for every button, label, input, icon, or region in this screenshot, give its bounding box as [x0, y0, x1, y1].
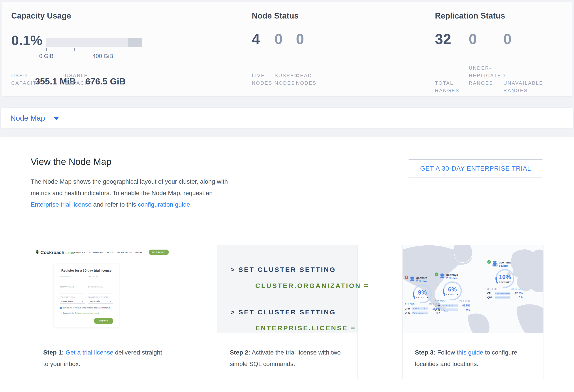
intro-paragraph: The Node Map shows the geographical layo…	[31, 176, 238, 210]
step-1-caption: Step 1: Get a trial license delivered st…	[43, 347, 164, 370]
sql-commands-panel: > SET CLUSTER SETTING CLUSTER.ORGANIZATI…	[217, 245, 357, 333]
reason-for-interest-select: Please Select	[88, 299, 113, 304]
nav-blog: BLOG	[136, 251, 142, 254]
capacity-gauge: 6% CAPACITY	[442, 280, 463, 301]
database-icon	[410, 276, 415, 281]
usable-capacity-value: 676.5 GiB	[85, 76, 125, 86]
first-name-label: FIRST NAME	[60, 276, 85, 278]
section-divider	[31, 231, 544, 231]
replication-status-title: Replication Status	[435, 11, 505, 20]
select-caret-icon	[82, 301, 83, 302]
nav-product: PRODUCT	[74, 251, 85, 254]
live-nodes-count: 4	[252, 31, 260, 47]
nav-customers: CUSTOMERS	[89, 251, 103, 254]
capacity-bar	[46, 38, 142, 47]
cpu-sparkline	[442, 304, 458, 307]
qps-sparkline	[412, 312, 428, 314]
healthy-badge	[435, 273, 438, 276]
database-icon	[440, 273, 445, 279]
locality-ams: geo=ams 1 Node 10% CAPACITY 3.6 GiB	[487, 261, 523, 299]
configuration-guide-link[interactable]: configuration guide	[138, 201, 190, 208]
reason-for-interest-label: REASON FOR INTEREST	[88, 296, 113, 298]
first-name-field	[60, 279, 85, 283]
qps-sparkline	[442, 308, 458, 311]
suspect-nodes-count: 0	[275, 31, 283, 47]
healthy-badge	[487, 260, 491, 264]
step-2-card: > SET CLUSTER SETTING CLUSTER.ORGANIZATI…	[217, 245, 358, 379]
sql-prompt-2: > SET CLUSTER SETTING	[231, 308, 336, 316]
step-3-card: 1 geo=sfo 2 Nodes 9%	[402, 245, 544, 379]
software-license-agreement-link: Software License Agreement.	[75, 312, 99, 314]
step-3-caption: Step 3: Follow this guide to configure l…	[415, 347, 536, 370]
live-nodes-label: LIVE NODES	[252, 72, 272, 87]
nav-docs: DOCS	[107, 251, 113, 254]
project-phase-select: Please Select	[60, 299, 85, 304]
dead-nodes-label: DEAD NODES	[296, 72, 316, 87]
company-name-field	[60, 289, 85, 294]
get-trial-license-link[interactable]: Get a trial license	[65, 349, 113, 356]
license-agreement-checkbox	[60, 312, 62, 314]
axis-tick	[132, 48, 132, 51]
locality-nyc: geo=nyc 2 Nodes 6% CAPACITY 3.7 GiB	[435, 273, 470, 311]
under-replicated-label: UNDER- REPLICATED RANGES	[469, 64, 506, 87]
sql-setting-2: ENTERPRISE.LICENSE =	[255, 324, 356, 332]
form-title: Register for a 30-day trial license	[60, 269, 113, 272]
capacity-bar-used-segment	[128, 38, 142, 47]
axis-tick	[46, 48, 47, 51]
project-phase-label: PROJECT PHASE	[60, 296, 85, 298]
node-map-placeholder-section: View the Node Map The Node Map shows the…	[0, 137, 574, 392]
site-nav: PRODUCT CUSTOMERS DOCS RESOURCES BLOG DO…	[74, 250, 169, 255]
submit-button: SUBMIT	[94, 318, 113, 324]
axis-tick	[103, 48, 103, 51]
step-2-caption: Step 2: Activate the trial license with …	[230, 347, 349, 370]
last-name-label: LAST NAME	[88, 276, 113, 278]
capacity-gauge: 9% CAPACITY	[412, 283, 433, 304]
view-selector-label[interactable]: Node Map	[10, 114, 45, 122]
step-1-card: Cockroach LABS PRODUCT CUSTOMERS DOCS RE…	[31, 245, 172, 379]
axis-label-0: 0 GiB	[31, 53, 62, 59]
capacity-used-percent: 0.1%	[11, 32, 42, 48]
under-replicated-count: 0	[469, 31, 477, 47]
last-name-field	[88, 279, 113, 283]
qps-sparkline	[495, 296, 510, 299]
chevron-down-icon[interactable]	[53, 117, 59, 120]
dead-nodes-count: 0	[296, 31, 304, 47]
error-badge: 1	[405, 276, 408, 279]
database-icon	[492, 261, 497, 266]
total-ranges-label: TOTAL RANGES	[435, 79, 459, 94]
company-email-label: COMPANY EMAIL	[88, 286, 113, 288]
axis-tick	[74, 48, 75, 51]
download-button: DOWNLOAD	[149, 250, 169, 255]
sql-setting-1: CLUSTER.ORGANIZATION =	[255, 282, 369, 289]
cpu-sparkline	[412, 307, 428, 310]
node-map-preview: 1 geo=sfo 2 Nodes 9%	[403, 245, 544, 333]
axis-label-400: 400 GiB	[87, 53, 118, 59]
this-guide-link[interactable]: this guide	[457, 349, 483, 356]
total-ranges-count: 32	[435, 31, 451, 47]
cockroach-bug-icon	[35, 250, 39, 254]
select-caret-icon	[110, 301, 111, 302]
company-name-label: COMPANY NAME	[60, 286, 85, 288]
capacity-usage-title: Capacity Usage	[11, 11, 71, 20]
capacity-gauge: 10% CAPACITY	[494, 268, 515, 289]
email-updates-checkbox	[60, 307, 62, 309]
cpu-sparkline	[495, 292, 510, 295]
get-enterprise-trial-button[interactable]: GET A 30-DAY ENTERPRISE TRIAL	[408, 159, 543, 177]
enterprise-trial-license-link[interactable]: Enterprise trial license	[31, 201, 91, 208]
cockroach-labs-logo: Cockroach LABS	[35, 250, 74, 255]
cluster-overview-panel: Capacity Usage 0.1% 0 GiB 400 GiB USED C…	[2, 2, 572, 96]
view-selector-dropdown[interactable]: Node Map	[0, 107, 574, 129]
site-header: Cockroach LABS PRODUCT CUSTOMERS DOCS RE…	[35, 248, 167, 256]
unavailable-ranges-count: 0	[503, 31, 512, 47]
nav-resources: RESOURCES	[117, 251, 132, 254]
company-email-field	[88, 289, 113, 294]
trial-registration-form: Register for a 30-day trial license FIRS…	[54, 264, 119, 327]
node-status-title: Node Status	[252, 11, 299, 20]
sql-prompt-1: > SET CLUSTER SETTING	[231, 266, 336, 273]
trial-license-site-screenshot: Cockroach LABS PRODUCT CUSTOMERS DOCS RE…	[31, 245, 172, 346]
unavailable-ranges-label: UNAVAILABLE RANGES	[503, 79, 543, 94]
page-title: View the Node Map	[31, 157, 111, 167]
